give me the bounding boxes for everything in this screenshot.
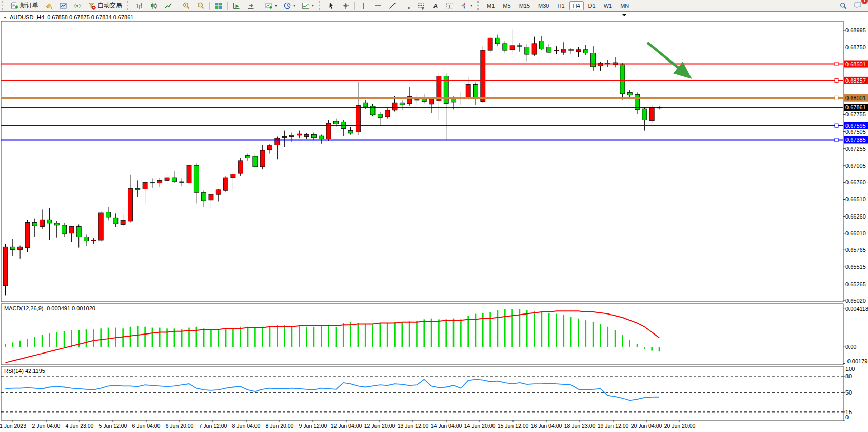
toolbar-grip[interactable] (319, 1, 323, 10)
candle (282, 137, 287, 138)
cursor-icon (327, 2, 336, 10)
time-label: 12 Jun 20:00 (364, 423, 396, 429)
search-icon (839, 2, 847, 10)
mt4-application: 新订单自动交易▾▾▾EFAT▾M1M5M15M30H1H4D1W1MN1 ▼ A… (0, 0, 868, 432)
line-handle-marker (835, 78, 838, 82)
time-axis[interactable]: 1 Jun 20232 Jun 04:004 Jun 23:005 Jun 12… (0, 420, 696, 429)
toolbar-profiles-button[interactable] (56, 0, 70, 11)
auto-scroll-icon (232, 2, 241, 10)
toolbar-period-button[interactable]: ▾ (281, 0, 298, 11)
toolbar-styler-button[interactable] (42, 0, 55, 11)
candle (415, 99, 419, 100)
toolbar-separator (209, 2, 210, 10)
toolbar-new-chart-button[interactable]: ▾ (262, 0, 280, 11)
toolbar-zoom-in-button[interactable] (180, 0, 193, 11)
toolbar-bar-chart-button[interactable] (133, 0, 146, 11)
chart-window: ▼ AUDUSD-,H4 0.67858 0.67875 0.67834 0.6… (0, 11, 868, 432)
candle (238, 161, 243, 173)
timeframe-m30-button[interactable]: M30 (535, 1, 553, 10)
timeframe-d1-button[interactable]: D1 (585, 1, 599, 10)
time-label: 9 Jun 12:00 (299, 423, 327, 429)
candle (385, 110, 390, 117)
toolbar-separator (354, 2, 355, 10)
price-tick-label: 0.66760 (845, 179, 866, 185)
candle (40, 220, 45, 226)
zoom-in-icon (182, 2, 190, 10)
toolbar-trendline-button[interactable] (386, 0, 399, 11)
rsi-tick-label: 80 (845, 373, 852, 379)
candle (32, 223, 37, 226)
candle (378, 114, 382, 118)
time-label: 14 Jun 20:00 (464, 423, 496, 429)
toolbar-tile-windows-button[interactable] (212, 0, 225, 11)
toolbar-zoom-out-button[interactable] (194, 0, 207, 11)
candle (268, 146, 272, 150)
timeframe-m1-button[interactable]: M1 (483, 1, 498, 10)
toolbar-fibonacci-button[interactable]: F (415, 0, 428, 11)
candle (98, 213, 103, 240)
candle (76, 227, 81, 237)
candle (473, 84, 478, 98)
candle (356, 106, 360, 132)
toolbar-text-tool-button[interactable]: A (429, 0, 442, 11)
price-tick-label: 0.68995 (845, 27, 866, 33)
toolbar-candle-chart-button[interactable] (147, 0, 161, 11)
toolbar-line-chart-button[interactable] (162, 0, 175, 11)
auto-trading-icon (88, 2, 96, 10)
toolbar-indicators-button[interactable]: ▾ (299, 0, 317, 11)
timeframe-w1-button[interactable]: W1 (600, 1, 616, 10)
toolbar-channel-button[interactable]: E (400, 0, 413, 11)
candle (84, 237, 89, 241)
toolbar-label-tool-button[interactable]: T (443, 0, 457, 11)
toolbar-grip[interactable] (477, 1, 481, 10)
toolbar-search-button[interactable] (837, 0, 850, 11)
candle (135, 188, 140, 190)
timeframe-m5-button[interactable]: M5 (499, 1, 514, 10)
toolbar-arrows-button[interactable]: ▾ (458, 0, 475, 11)
timeframe-m15-button[interactable]: M15 (516, 1, 534, 10)
chart-title-bar[interactable]: ▼ AUDUSD-,H4 0.67858 0.67875 0.67834 0.6… (3, 14, 133, 21)
toolbar-separator (260, 2, 260, 10)
timeframe-h4-button[interactable]: H4 (569, 1, 584, 10)
candle (246, 156, 250, 158)
toolbar-chart-shift-button[interactable] (244, 0, 258, 11)
symbol-dropdown-icon[interactable]: ▼ (3, 16, 7, 19)
toolbar-cursor-button[interactable] (325, 0, 338, 11)
styler-icon (45, 2, 53, 10)
candle (260, 150, 265, 167)
time-label: 7 Jun 12:00 (199, 423, 227, 429)
chart-canvas[interactable]: 0.685010.682570.680010.675950.673850.678… (0, 12, 868, 432)
toolbar-signals-button[interactable] (71, 0, 84, 11)
price-level-label-text: 0.67385 (845, 136, 866, 143)
candle (3, 247, 8, 286)
candle (172, 178, 176, 182)
toolbar-grip[interactable] (127, 1, 131, 10)
toolbar-vline-button[interactable] (357, 0, 370, 11)
candle (253, 156, 258, 167)
candle (91, 240, 96, 241)
chart-symbol-period: AUDUSD-,H4 (10, 14, 44, 21)
candle (231, 174, 235, 178)
tile-windows-icon (214, 2, 223, 10)
toolbar-new-order-button[interactable]: 新订单 (8, 0, 41, 11)
toolbar-new-order-label: 新订单 (20, 1, 38, 10)
toolbar-auto-scroll-button[interactable] (230, 0, 243, 11)
timeframe-mn-button[interactable]: MN (617, 1, 633, 10)
time-label: 2 Jun 04:00 (32, 423, 61, 429)
candle (180, 182, 184, 182)
toolbar-hline-button[interactable] (371, 0, 385, 11)
channel-icon: E (403, 2, 411, 10)
candle (18, 247, 23, 249)
timeframe-h1-button[interactable]: H1 (554, 1, 568, 10)
candle (642, 109, 647, 120)
chevron-down-icon: ▾ (312, 3, 314, 8)
candle (400, 103, 404, 105)
toolbar-crosshair-button[interactable] (339, 0, 352, 11)
price-level-label-text: 0.68001 (845, 95, 866, 101)
toolbar-auto-trading-button[interactable]: 自动交易 (85, 0, 125, 11)
candle (311, 135, 316, 138)
svg-text:F: F (422, 6, 424, 10)
candle (202, 192, 206, 201)
time-label: 6 Jun 20:00 (166, 423, 194, 429)
toolbar-grip[interactable] (2, 1, 6, 10)
